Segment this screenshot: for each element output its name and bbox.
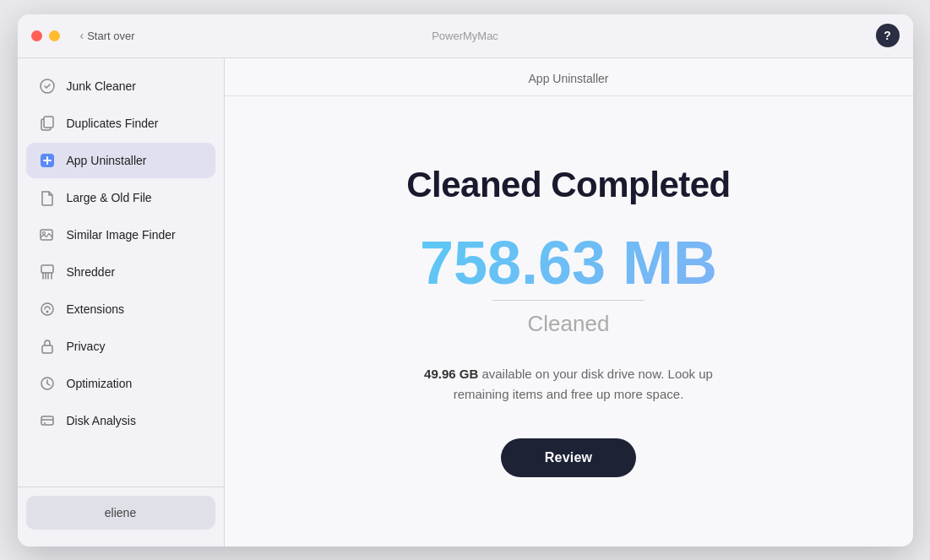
sidebar: Junk Cleaner Duplicates Finder [18,58,225,546]
disk-analysis-label: Disk Analysis [67,414,136,427]
cleaned-label: Cleaned [528,311,610,337]
svg-point-8 [46,310,48,313]
privacy-icon [38,337,57,356]
sidebar-item-privacy[interactable]: Privacy [26,329,215,364]
shredder-label: Shredder [67,265,116,279]
available-info: 49.96 GB available on your disk drive no… [416,364,721,405]
app-name-label: PowerMyMac [432,30,498,42]
app-window: PowerMyMac ‹ Start over ? [18,14,913,546]
available-gb: 49.96 GB [424,367,478,381]
app-uninstaller-icon [38,151,57,170]
svg-rect-6 [41,265,53,273]
size-value: 758.63 MB [420,232,717,293]
svg-rect-2 [44,117,53,128]
content-title: App Uninstaller [529,72,609,85]
sidebar-item-large-old-file[interactable]: Large & Old File [26,180,215,215]
review-button[interactable]: Review [501,438,636,477]
close-button[interactable] [31,30,42,41]
sidebar-nav: Junk Cleaner Duplicates Finder [18,68,224,483]
junk-cleaner-label: Junk Cleaner [67,79,137,93]
content-area: App Uninstaller Cleaned Completed 758.63… [225,58,913,546]
sidebar-item-junk-cleaner[interactable]: Junk Cleaner [26,68,215,104]
username-label: eliene [105,506,136,519]
svg-point-5 [42,231,45,234]
optimization-label: Optimization [67,377,133,390]
junk-cleaner-icon [38,77,57,95]
user-badge: eliene [26,496,215,530]
minimize-button[interactable] [49,30,60,41]
cleaned-completed-title: Cleaned Completed [406,165,731,205]
divider [492,300,644,301]
sidebar-item-disk-analysis[interactable]: Disk Analysis [26,403,215,438]
optimization-icon [38,374,57,393]
svg-rect-11 [41,416,53,425]
chevron-left-icon: ‹ [80,29,84,42]
main-layout: Junk Cleaner Duplicates Finder [18,58,913,546]
traffic-lights [31,30,60,41]
start-over-label: Start over [87,30,134,42]
duplicates-finder-label: Duplicates Finder [67,117,159,130]
app-uninstaller-label: App Uninstaller [67,154,147,167]
sidebar-item-extensions[interactable]: Extensions [26,291,215,327]
privacy-label: Privacy [67,340,106,353]
title-bar: PowerMyMac ‹ Start over ? [18,14,913,58]
start-over-button[interactable]: ‹ Start over [80,29,135,42]
similar-image-finder-icon [38,226,57,244]
title-bar-right: ? [876,24,900,47]
sidebar-item-shredder[interactable]: Shredder [26,254,215,290]
help-button[interactable]: ? [876,24,900,47]
extensions-icon [38,300,57,318]
content-header: App Uninstaller [225,58,913,96]
duplicates-finder-icon [38,114,57,133]
sidebar-item-optimization[interactable]: Optimization [26,366,215,401]
sidebar-item-similar-image-finder[interactable]: Similar Image Finder [26,217,215,253]
extensions-label: Extensions [67,302,124,316]
svg-point-7 [41,303,53,315]
svg-rect-9 [42,345,52,353]
disk-analysis-icon [38,411,57,430]
large-old-file-icon [38,188,57,207]
similar-image-finder-label: Similar Image Finder [67,228,176,242]
help-icon: ? [884,29,891,42]
shredder-icon [38,263,57,281]
content-body: Cleaned Completed 758.63 MB Cleaned 49.9… [225,96,913,546]
large-old-file-label: Large & Old File [67,191,152,204]
svg-point-13 [44,422,46,424]
sidebar-item-duplicates-finder[interactable]: Duplicates Finder [26,106,215,141]
sidebar-item-app-uninstaller[interactable]: App Uninstaller [26,143,215,178]
available-text: available on your disk drive now. Look u… [454,367,713,401]
sidebar-footer: eliene [18,487,224,536]
